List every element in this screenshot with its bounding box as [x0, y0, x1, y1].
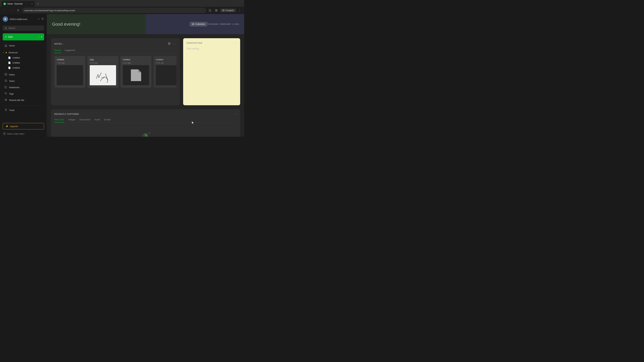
shortcut-label-1: Untitled [12, 56, 20, 59]
notes-card-title: NOTES [54, 43, 62, 45]
captured-menu-btn[interactable]: ··· [234, 113, 237, 116]
notes-title-arrow-icon: › [63, 43, 64, 45]
scratch-pad-input[interactable]: Start writing... [186, 47, 237, 50]
sidebar-item-shared-label: Shared with Me [9, 99, 24, 101]
hero-banner: Good evening! Customize THURSDAY, FEBRUA… [47, 14, 244, 34]
note-card-1[interactable]: Untitled 7 min ago [54, 56, 85, 88]
address-bar: evernote.com/client/web?login=true&newRe… [0, 7, 244, 14]
shortcut-item-1[interactable]: 📄 Untitled [1, 55, 46, 60]
sidebar-item-trash[interactable]: Trash [1, 107, 46, 113]
captured-header: RECENTLY CAPTURED ··· [54, 113, 237, 116]
upgrade-btn[interactable]: ⚡ Upgrade [3, 123, 44, 129]
notes-card-header: NOTES › ··· [54, 41, 176, 46]
customize-btn[interactable]: Customize [190, 22, 207, 26]
notes-grid: Untitled 7 min ago Sign 8 min ago [54, 56, 176, 88]
svg-point-11 [5, 99, 6, 100]
tab-bar: Home - Evernote × + [0, 0, 244, 7]
tab-title: Home - Evernote [8, 3, 30, 5]
captured-tab-images[interactable]: Images [68, 118, 76, 122]
note-preview-1 [57, 65, 83, 85]
note-icon-2: 📄 [8, 61, 11, 64]
scratch-pad-menu-btn[interactable]: ··· [234, 41, 237, 44]
svg-rect-0 [215, 9, 216, 10]
new-btn-dropdown[interactable]: ▾ [39, 36, 44, 38]
svg-rect-16 [170, 42, 170, 43]
note-card-2[interactable]: Sign 8 min ago [88, 56, 118, 88]
new-tab-btn[interactable]: + [36, 1, 40, 6]
new-label: New [8, 35, 13, 38]
customize-label: Customize [196, 23, 205, 25]
tab-close-btn[interactable]: × [31, 2, 33, 5]
forward-btn[interactable] [9, 8, 14, 13]
shortcut-item-2[interactable]: 📄 Untitled [1, 60, 46, 65]
content-area: NOTES › ··· Recent Suggested [47, 34, 244, 109]
help-text: Need a little help? [7, 133, 24, 135]
svg-rect-17 [168, 44, 169, 44]
shortcuts-label: Shortcuts [8, 51, 18, 54]
url-bar[interactable]: evernote.com/client/web?login=true&newRe… [22, 8, 206, 13]
main-content: Good evening! Customize THURSDAY, FEBRUA… [47, 14, 244, 137]
captured-empty-icon: ★ ★ [139, 130, 152, 137]
scratch-pad-header: SCRATCH PAD ··· [186, 41, 237, 44]
shortcut-label-2: Untitled [12, 61, 20, 64]
new-btn-main[interactable]: + New [3, 35, 39, 39]
captured-tab-documents[interactable]: Documents [80, 118, 90, 122]
extensions-btn[interactable] [214, 8, 219, 13]
note-card-4[interactable]: Untitled 9 min ago [154, 56, 176, 88]
shared-icon [4, 98, 8, 102]
help-row[interactable]: Need a little help? [0, 131, 47, 137]
shortcuts-star-icon: ★ [5, 51, 7, 54]
tab-favicon [3, 2, 6, 5]
browser-chrome: Home - Evernote × + evernote.com/client/… [0, 0, 244, 14]
svg-point-10 [5, 93, 6, 93]
captured-title: RECENTLY CAPTURED [54, 113, 79, 115]
back-btn[interactable] [2, 8, 8, 13]
note-title-1: Untitled [57, 58, 83, 61]
shortcuts-header[interactable]: ▾ ★ Shortcuts [0, 50, 47, 55]
sidebar-item-tags[interactable]: Tags [1, 91, 46, 97]
notes-more-btn[interactable]: ··· [173, 42, 176, 46]
sidebar-item-tasks[interactable]: Tasks [1, 78, 46, 84]
captured-tab-audio[interactable]: Audio [94, 118, 100, 122]
user-row[interactable]: B b93b1c4d@mood... ▾ [0, 14, 47, 24]
browser-menu-btn[interactable]: ⋮ [237, 8, 242, 13]
tab-recent[interactable]: Recent [54, 49, 61, 53]
sidebar-divider [3, 105, 44, 106]
sidebar-item-shared[interactable]: Shared with Me [1, 97, 46, 103]
user-avatar: B [3, 16, 8, 22]
captured-tab-webclips[interactable]: Web Clips [54, 118, 64, 122]
captured-tab-emails[interactable]: Emails [104, 118, 111, 122]
svg-point-9 [5, 80, 7, 82]
note-preview-3 [123, 65, 149, 85]
notes-icon [4, 73, 8, 76]
upgrade-label: Upgrade [10, 125, 18, 128]
active-tab[interactable]: Home - Evernote × [1, 1, 35, 7]
sidebar-item-home[interactable]: Home [1, 42, 46, 49]
scratch-pad-title: SCRATCH PAD [186, 42, 202, 44]
user-name: b93b1c4d@mood... [10, 18, 37, 20]
sidebar-item-notebooks[interactable]: Notebooks [1, 84, 46, 90]
notes-view-toggle-btn[interactable] [167, 41, 171, 46]
note-card-3[interactable]: Untitled 8 min ago [120, 56, 152, 88]
tab-suggested[interactable]: Suggested [64, 49, 75, 53]
search-bar[interactable]: Search [3, 25, 44, 31]
notes-card-actions: ··· [167, 41, 176, 46]
reload-btn[interactable] [16, 8, 21, 13]
bookmark-btn[interactable] [208, 8, 212, 13]
shortcut-item-3[interactable]: 📄 Untitled [1, 65, 46, 70]
new-plus-icon: + [5, 35, 7, 39]
sidebar-item-notes-label: Notes [9, 73, 15, 76]
captured-empty-state: ★ ★ [54, 125, 237, 137]
new-btn[interactable]: + New ▾ [3, 33, 44, 40]
svg-rect-15 [168, 42, 169, 43]
user-chevron-icon: ▾ [38, 18, 40, 20]
secondary-nav: Notes Tasks Notebooks Tags [0, 71, 47, 104]
note-time-4: 9 min ago [156, 62, 176, 64]
settings-btn[interactable] [41, 17, 44, 21]
notes-title-row[interactable]: NOTES › [54, 43, 64, 45]
shortcuts-section: ▾ ★ Shortcuts 📄 Untitled 📄 Untitled 📄 Un… [0, 50, 47, 71]
sidebar-item-notebooks-label: Notebooks [9, 86, 20, 89]
note-time-2: 8 min ago [90, 62, 116, 64]
note-title-3: Untitled [123, 58, 149, 61]
sidebar-item-notes[interactable]: Notes [1, 71, 46, 78]
